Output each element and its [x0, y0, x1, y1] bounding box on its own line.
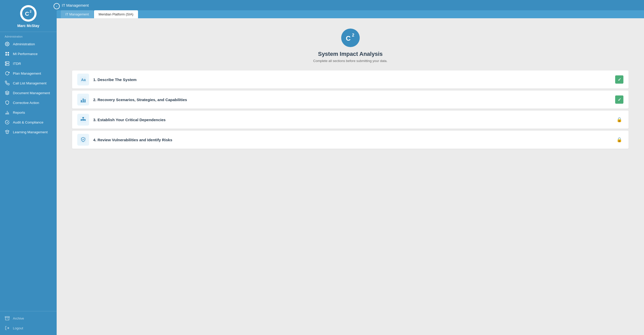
sidebar: ‹ C 2 Marc McStay Administration Adminis… — [0, 0, 57, 335]
layers-icon — [5, 90, 10, 95]
sidebar-item-logout-label: Logout — [13, 326, 23, 330]
sidebar-item-plan-management-label: Plan Management — [13, 72, 41, 75]
section-1-label: 1. Describe The System — [93, 77, 615, 82]
sidebar-item-mi-performance-label: MI Performance — [13, 52, 38, 56]
sidebar-item-call-list-management[interactable]: Call List Management — [0, 78, 57, 88]
sidebar-bottom: Archive Logout — [0, 311, 57, 335]
section-icon-4 — [77, 134, 89, 146]
section-1-status: ✓ — [615, 75, 623, 84]
sidebar-item-archive-label: Archive — [13, 316, 24, 320]
section-4-status: 🔒 — [615, 136, 623, 144]
gear-icon — [5, 41, 10, 47]
section-card-1[interactable]: Aa 1. Describe The System ✓ — [72, 70, 629, 89]
section-icon-1: Aa — [77, 74, 89, 85]
svg-rect-35 — [81, 119, 82, 121]
section-icon-3 — [77, 114, 89, 126]
shield-check-icon — [5, 100, 10, 105]
sidebar-item-itdr-label: ITDR — [13, 62, 21, 66]
svg-rect-6 — [5, 54, 7, 56]
sidebar-item-reports[interactable]: Reports — [0, 108, 57, 117]
sia-logo: C 2 — [341, 29, 360, 47]
svg-text:C: C — [25, 11, 29, 17]
section-2-label: 2. Recovery Scenarios, Strategies, and C… — [93, 98, 615, 102]
sidebar-item-reports-label: Reports — [13, 111, 25, 114]
section-card-4[interactable]: 4. Review Vulnerabilities and Identify R… — [72, 131, 629, 149]
svg-rect-4 — [5, 52, 7, 53]
svg-text:C: C — [346, 34, 351, 42]
logo-svg: C 2 — [22, 7, 35, 20]
sia-title: System Impact Analysis — [318, 51, 383, 57]
section-card-3[interactable]: 3. Establish Your Critical Dependencies … — [72, 111, 629, 129]
graduation-icon — [5, 129, 10, 135]
sidebar-item-itdr[interactable]: ITDR — [0, 59, 57, 68]
sidebar-section-label: Administration — [0, 32, 57, 39]
sia-subtitle: Complete all sections before submitting … — [313, 59, 387, 63]
sidebar-item-administration[interactable]: Administration — [0, 39, 57, 49]
svg-rect-18 — [5, 316, 10, 318]
svg-point-10 — [6, 62, 6, 63]
user-name: Marc McStay — [17, 24, 39, 28]
tab-meridian-platform[interactable]: Meridian Platform (SIA) — [94, 10, 138, 18]
phone-icon — [5, 81, 10, 86]
sidebar-collapse-button[interactable]: ‹ — [54, 3, 60, 9]
section-2-status: ✓ — [615, 95, 623, 104]
sia-logo-svg: C 2 — [344, 31, 357, 45]
tab-it-management[interactable]: IT Management — [61, 10, 93, 18]
svg-rect-28 — [83, 99, 84, 102]
chart-icon — [80, 96, 87, 103]
refresh-icon — [5, 71, 10, 76]
sidebar-item-mi-performance[interactable]: MI Performance — [0, 49, 57, 59]
text-icon: Aa — [80, 76, 87, 83]
svg-text:2: 2 — [352, 33, 354, 37]
sidebar-item-logout[interactable]: Logout — [0, 323, 57, 333]
svg-rect-32 — [82, 117, 84, 118]
svg-rect-27 — [81, 100, 82, 102]
sidebar-item-administration-label: Administration — [13, 42, 35, 46]
section-4-label: 4. Review Vulnerabilities and Identify R… — [93, 138, 615, 142]
svg-rect-29 — [84, 99, 85, 102]
server-icon — [5, 61, 10, 66]
topbar: IT Management — [57, 0, 644, 10]
sidebar-item-audit-compliance-label: Audit & Compliance — [13, 120, 44, 124]
logo-circle: C 2 — [20, 5, 37, 22]
logout-icon — [5, 325, 10, 331]
sidebar-item-archive[interactable]: Archive — [0, 313, 57, 323]
sidebar-item-learning-management-label: Learning Management — [13, 130, 48, 134]
svg-rect-7 — [8, 54, 9, 56]
bar-chart-icon — [5, 110, 10, 115]
svg-point-3 — [7, 43, 8, 45]
svg-text:Aa: Aa — [81, 78, 86, 82]
section-card-2[interactable]: 2. Recovery Scenarios, Strategies, and C… — [72, 91, 629, 109]
svg-point-11 — [6, 65, 6, 65]
section-3-status: 🔒 — [615, 116, 623, 124]
section-icon-2 — [77, 94, 89, 105]
archive-icon — [5, 316, 10, 321]
svg-text:2: 2 — [30, 10, 31, 13]
main-area: IT Management IT Management Meridian Pla… — [57, 0, 644, 335]
svg-marker-12 — [5, 91, 9, 93]
content-area: C 2 System Impact Analysis Complete all … — [57, 18, 644, 335]
sidebar-logo-area: C 2 Marc McStay — [0, 0, 57, 32]
sia-header: C 2 System Impact Analysis Complete all … — [72, 29, 629, 63]
svg-rect-37 — [84, 119, 86, 121]
check-circle-icon — [5, 120, 10, 125]
sidebar-item-audit-compliance[interactable]: Audit & Compliance — [0, 117, 57, 127]
grid-icon — [5, 51, 10, 56]
svg-marker-17 — [5, 130, 9, 132]
sidebar-item-corrective-action-label: Corrective Action — [13, 101, 39, 105]
sidebar-item-corrective-action[interactable]: Corrective Action — [0, 98, 57, 108]
sidebar-item-learning-management[interactable]: Learning Management — [0, 127, 57, 137]
sidebar-item-document-management-label: Document Management — [13, 91, 50, 95]
section-3-label: 3. Establish Your Critical Dependencies — [93, 118, 615, 122]
sidebar-item-plan-management[interactable]: Plan Management — [0, 68, 57, 78]
topbar-title: IT Management — [62, 3, 89, 7]
shield-icon — [80, 136, 87, 143]
sidebar-item-call-list-management-label: Call List Management — [13, 81, 47, 85]
hierarchy-icon — [80, 116, 87, 123]
svg-rect-36 — [82, 119, 84, 121]
sidebar-item-document-management[interactable]: Document Management — [0, 88, 57, 98]
tabs-bar: IT Management Meridian Platform (SIA) — [57, 10, 644, 18]
svg-rect-5 — [8, 52, 9, 53]
